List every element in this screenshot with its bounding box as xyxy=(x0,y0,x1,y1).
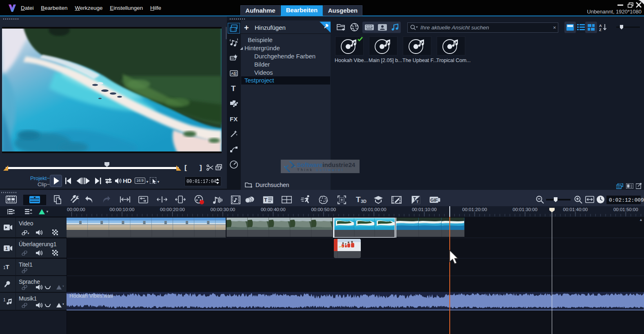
svg-text:00:00:50:00: 00:00:50:00 xyxy=(311,207,336,212)
svg-text:T: T xyxy=(416,200,419,204)
svg-text:T: T xyxy=(264,197,267,203)
svg-text:GIF: GIF xyxy=(431,198,438,203)
svg-text:A: A xyxy=(231,71,234,76)
svg-text:3D: 3D xyxy=(361,199,366,204)
svg-text:00:00:10:00: 00:00:10:00 xyxy=(110,207,135,212)
svg-text:00:00:30:00: 00:00:30:00 xyxy=(211,207,235,212)
svg-text:1: 1 xyxy=(5,246,8,251)
svg-text:00:01:30:00: 00:01:30:00 xyxy=(513,207,537,212)
svg-text:T: T xyxy=(231,84,236,93)
svg-text:00:01:20:00: 00:01:20:00 xyxy=(462,207,487,212)
svg-text:00:01:50:00: 00:01:50:00 xyxy=(613,207,638,212)
svg-text:FX: FX xyxy=(230,116,238,122)
svg-text:00:01:00:00: 00:01:00:00 xyxy=(362,207,386,212)
svg-text:B: B xyxy=(234,71,237,76)
svg-text:00:00:00: 00:00:00 xyxy=(67,207,85,212)
svg-text:00:00:20:00: 00:00:20:00 xyxy=(160,207,185,212)
svg-text:T: T xyxy=(356,196,361,204)
svg-text:00:01:40:00: 00:01:40:00 xyxy=(563,207,588,212)
svg-text:00:01:10:00: 00:01:10:00 xyxy=(412,207,437,212)
svg-text:A: A xyxy=(599,24,602,28)
svg-text:00:00:40:00: 00:00:40:00 xyxy=(261,207,286,212)
svg-text:Z: Z xyxy=(599,28,602,31)
